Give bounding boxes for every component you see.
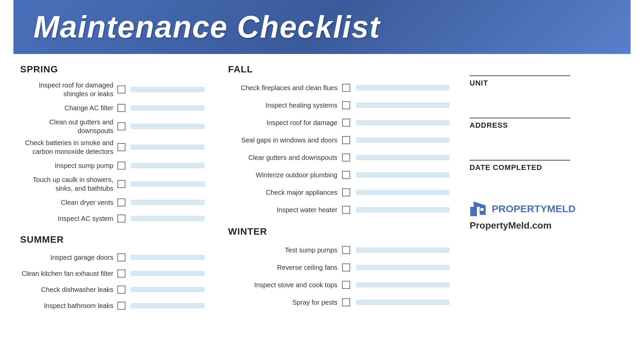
- item-label: Check dishwasher leaks: [20, 285, 117, 294]
- checkbox[interactable]: [117, 180, 125, 188]
- line-fill: [131, 87, 205, 92]
- item-label: Clean out gutters and downspouts: [20, 118, 117, 135]
- list-item: Inspect roof for damage: [228, 116, 449, 130]
- item-label: Inspect water heater: [228, 205, 342, 214]
- line-fill: [131, 200, 205, 205]
- checkbox[interactable]: [342, 154, 350, 162]
- date-field-section: DATE COMPLETED: [470, 148, 624, 174]
- line-fill: [356, 85, 449, 90]
- list-item: Inspect heating systems: [228, 98, 449, 112]
- line-fill: [131, 271, 205, 276]
- item-label: Check major appliances: [228, 188, 342, 197]
- list-item: Clean dryer vents: [20, 196, 215, 209]
- checkbox[interactable]: [117, 198, 125, 206]
- checkbox[interactable]: [117, 302, 125, 310]
- line-fill: [131, 105, 205, 111]
- checkbox[interactable]: [117, 104, 125, 112]
- item-label: Clear gutters and downspouts: [228, 153, 342, 162]
- list-item: Spray for pests: [228, 295, 449, 309]
- list-item: Touch up caulk in showers, sinks, and ba…: [20, 175, 215, 193]
- list-item: Inspect roof for damaged shingles or lea…: [20, 81, 215, 98]
- item-label: Inspect garage doors: [20, 253, 117, 262]
- item-label: Check fireplaces and clean flues: [228, 83, 342, 92]
- fall-section-title: FALL: [228, 64, 449, 75]
- list-item: Inspect stove and cook tops: [228, 278, 449, 292]
- line-fill: [131, 216, 205, 221]
- list-item: Inspect water heater: [228, 203, 449, 217]
- svg-rect-2: [480, 208, 484, 211]
- page-title: Maintenance Checklist: [34, 9, 610, 45]
- line-fill: [131, 303, 205, 308]
- checkbox[interactable]: [342, 171, 350, 179]
- checkbox[interactable]: [342, 188, 350, 196]
- checkbox[interactable]: [117, 85, 125, 94]
- date-input-line[interactable]: [470, 148, 570, 161]
- checkbox[interactable]: [342, 84, 350, 92]
- line-fill: [356, 207, 449, 213]
- item-label: Touch up caulk in showers, sinks, and ba…: [20, 175, 117, 193]
- item-label: Winterize outdoor plumbing: [228, 171, 342, 179]
- line-fill: [356, 120, 449, 125]
- list-item: Seal gaps in windows and doors: [228, 133, 449, 147]
- checkbox[interactable]: [342, 101, 350, 109]
- spring-section-title: SPRING: [20, 64, 215, 75]
- line-fill: [131, 124, 205, 129]
- item-label: Inspect roof for damage: [228, 118, 342, 127]
- unit-label: UNIT: [470, 79, 624, 87]
- checkbox[interactable]: [342, 206, 350, 214]
- summer-section-title: SUMMER: [20, 234, 215, 245]
- item-label: Inspect stove and cook tops: [228, 281, 342, 289]
- address-input-line[interactable]: [470, 106, 570, 118]
- item-label: Inspect sump pump: [20, 161, 117, 170]
- unit-input-line[interactable]: [470, 64, 570, 76]
- logo-url: PropertyMeld.com: [470, 220, 624, 231]
- logo-section: PROPERTYMELD PropertyMeld.com: [470, 201, 624, 231]
- checkbox[interactable]: [117, 253, 125, 261]
- list-item: Check dishwasher leaks: [20, 283, 215, 296]
- checkbox[interactable]: [342, 136, 350, 144]
- line-fill: [131, 181, 205, 187]
- checkbox[interactable]: [117, 286, 125, 294]
- item-label: Inspect AC system: [20, 214, 117, 223]
- header-banner: Maintenance Checklist: [13, 0, 631, 54]
- list-item: Clean out gutters and downspouts: [20, 118, 215, 135]
- right-column: UNIT ADDRESS DATE COMPLETED PROPERTYMELD: [449, 64, 624, 315]
- logo-text: PROPERTYMELD: [492, 203, 576, 215]
- list-item: Change AC filter: [20, 102, 215, 114]
- list-item: Check major appliances: [228, 185, 449, 199]
- checkbox[interactable]: [342, 263, 350, 272]
- line-fill: [356, 247, 449, 253]
- date-label: DATE COMPLETED: [470, 163, 624, 172]
- address-field-section: ADDRESS: [470, 106, 624, 132]
- list-item: Test sump pumps: [228, 243, 449, 257]
- list-item: Clean kitchen fan exhaust filter: [20, 267, 215, 280]
- item-label: Inspect heating systems: [228, 101, 342, 110]
- checkbox[interactable]: [117, 143, 125, 151]
- list-item: Inspect AC system: [20, 212, 215, 225]
- list-item: Reverse ceiling fans: [228, 260, 449, 275]
- list-item: Inspect bathroom leaks: [20, 299, 215, 312]
- checkbox[interactable]: [117, 215, 125, 223]
- propertymeld-logo-icon: [470, 201, 487, 217]
- item-label: Check batteries in smoke and carbon mono…: [20, 138, 117, 156]
- item-label: Seal gaps in windows and doors: [228, 136, 342, 144]
- item-label: Test sump pumps: [228, 246, 342, 254]
- list-item: Check fireplaces and clean flues: [228, 81, 449, 95]
- checkbox[interactable]: [117, 269, 125, 278]
- line-fill: [131, 163, 205, 168]
- checkbox[interactable]: [342, 281, 350, 289]
- logo-property: PROPERTY: [492, 203, 547, 214]
- item-label: Inspect roof for damaged shingles or lea…: [20, 81, 117, 98]
- checkbox[interactable]: [342, 298, 350, 306]
- checkbox[interactable]: [342, 119, 350, 127]
- center-column: FALL Check fireplaces and clean flues In…: [215, 64, 449, 315]
- item-label: Inspect bathroom leaks: [20, 301, 117, 310]
- item-label: Clean kitchen fan exhaust filter: [20, 269, 117, 278]
- checkbox[interactable]: [342, 246, 350, 254]
- checkbox[interactable]: [117, 162, 125, 170]
- checkbox[interactable]: [117, 122, 125, 130]
- line-fill: [356, 172, 449, 178]
- line-fill: [356, 190, 449, 195]
- line-fill: [356, 265, 449, 270]
- list-item: Check batteries in smoke and carbon mono…: [20, 138, 215, 156]
